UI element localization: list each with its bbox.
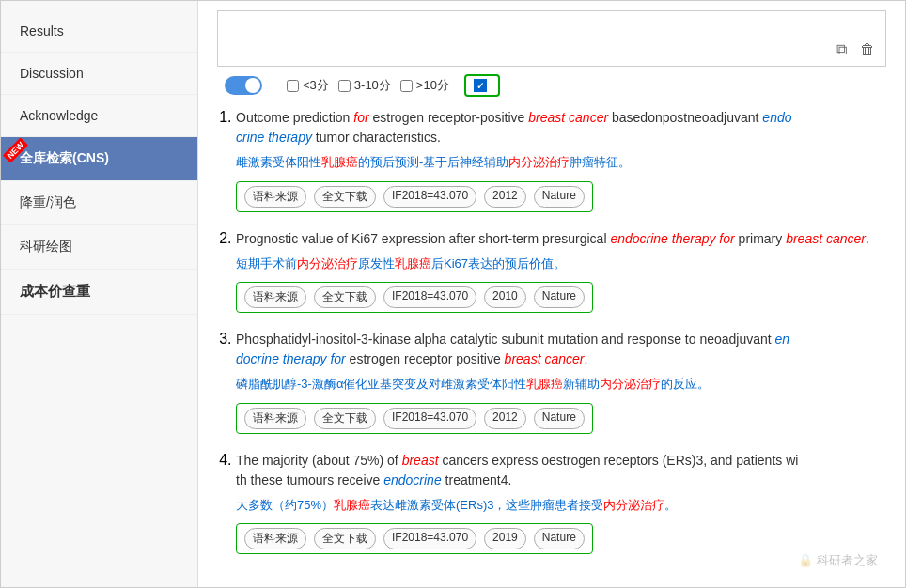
result-translation-3: 磷脂酰肌醇-3-激酶α催化亚基突变及对雌激素受体阳性乳腺癌新辅助内分泌治疗的反应… xyxy=(236,375,886,394)
result-title-3: Phosphatidyl-inositol-3-kinase alpha cat… xyxy=(236,330,886,369)
tag-year[interactable]: 2019 xyxy=(484,528,526,549)
copy-icon[interactable]: ⧉ xyxy=(831,39,851,60)
main-content: ⧉ 🗑 <3分 3-10分 >10分 xyxy=(198,1,905,587)
result-translation-4: 大多数（约75%）乳腺癌表达雌激素受体(ERs)3，这些肿瘤患者接受内分泌治疗。 xyxy=(236,496,886,515)
result-translation-1: 雌激素受体阳性乳腺癌的预后预测-基于后神经辅助内分泌治疗肿瘤特征。 xyxy=(236,153,886,172)
sidebar-item-cost[interactable]: 成本价查重 xyxy=(1,270,197,315)
tag-source[interactable]: 语料来源 xyxy=(244,528,306,549)
cns-filter[interactable]: ✓ xyxy=(464,74,500,97)
sidebar-item-chart[interactable]: 科研绘图 xyxy=(1,225,197,270)
tag-if[interactable]: IF2018=43.070 xyxy=(383,186,476,208)
translate-section xyxy=(217,76,262,95)
results-list: Outcome prediction for estrogen receptor… xyxy=(217,108,886,554)
tag-year[interactable]: 2012 xyxy=(484,408,526,429)
filter-3-10[interactable]: 3-10分 xyxy=(338,77,391,94)
result-item-1: Outcome prediction for estrogen receptor… xyxy=(236,108,886,212)
cns-checkbox[interactable]: ✓ xyxy=(474,79,487,92)
tag-journal[interactable]: Nature xyxy=(534,528,585,549)
result-title-4: The majority (about 75%) of breast cance… xyxy=(236,451,886,490)
tag-journal[interactable]: Nature xyxy=(534,286,585,308)
sidebar-item-cns-search[interactable]: NEW全库检索(CNS) xyxy=(1,137,197,181)
tag-year[interactable]: 2010 xyxy=(484,286,526,308)
tag-source[interactable]: 语料来源 xyxy=(244,408,306,429)
result-item-3: Phosphatidyl-inositol-3-kinase alpha cat… xyxy=(236,330,886,434)
sidebar: ResultsDiscussionAcknowledgeNEW全库检索(CNS)… xyxy=(1,1,198,587)
sidebar-item-discussion[interactable]: Discussion xyxy=(1,53,197,95)
tag-fulltext[interactable]: 全文下载 xyxy=(314,408,376,429)
result-tags-1: 语料来源 全文下载 IF2018=43.070 2012 Nature xyxy=(236,181,593,212)
tag-source[interactable]: 语料来源 xyxy=(244,186,306,208)
tag-fulltext[interactable]: 全文下载 xyxy=(314,186,376,208)
delete-icon[interactable]: 🗑 xyxy=(857,39,878,60)
filter-lt3[interactable]: <3分 xyxy=(287,77,329,94)
result-tags-2: 语料来源 全文下载 IF2018=43.070 2010 Nature xyxy=(236,282,593,313)
tag-if[interactable]: IF2018=43.070 xyxy=(383,286,476,308)
sidebar-item-results[interactable]: Results xyxy=(1,10,197,53)
tag-if[interactable]: IF2018=43.070 xyxy=(383,528,476,549)
translate-toggle[interactable] xyxy=(225,76,262,95)
result-title-2: Prognostic value of Ki67 expression afte… xyxy=(236,229,886,249)
tag-fulltext[interactable]: 全文下载 xyxy=(314,286,376,308)
result-tags-4: 语料来源 全文下载 IF2018=43.070 2019 Nature xyxy=(236,523,593,554)
toolbar-row: <3分 3-10分 >10分 ✓ xyxy=(217,74,886,97)
result-item-2: Prognostic value of Ki67 expression afte… xyxy=(236,229,886,314)
tag-journal[interactable]: Nature xyxy=(534,408,585,429)
tag-source[interactable]: 语料来源 xyxy=(244,286,306,308)
tag-year[interactable]: 2012 xyxy=(484,186,526,208)
sidebar-item-recolor[interactable]: 降重/润色 xyxy=(1,181,197,225)
filter-gt10[interactable]: >10分 xyxy=(400,77,449,94)
result-tags-3: 语料来源 全文下载 IF2018=43.070 2012 Nature xyxy=(236,403,593,434)
impact-section: <3分 3-10分 >10分 xyxy=(277,77,449,94)
result-title-1: Outcome prediction for estrogen receptor… xyxy=(236,108,886,147)
tag-journal[interactable]: Nature xyxy=(534,186,585,208)
search-area[interactable]: ⧉ 🗑 xyxy=(217,10,886,67)
tag-if[interactable]: IF2018=43.070 xyxy=(383,408,476,429)
result-translation-2: 短期手术前内分泌治疗原发性乳腺癌后Ki67表达的预后价值。 xyxy=(236,255,886,273)
sidebar-item-acknowledge[interactable]: Acknowledge xyxy=(1,95,197,137)
tag-fulltext[interactable]: 全文下载 xyxy=(314,528,376,549)
result-item-4: The majority (about 75%) of breast cance… xyxy=(236,451,886,555)
